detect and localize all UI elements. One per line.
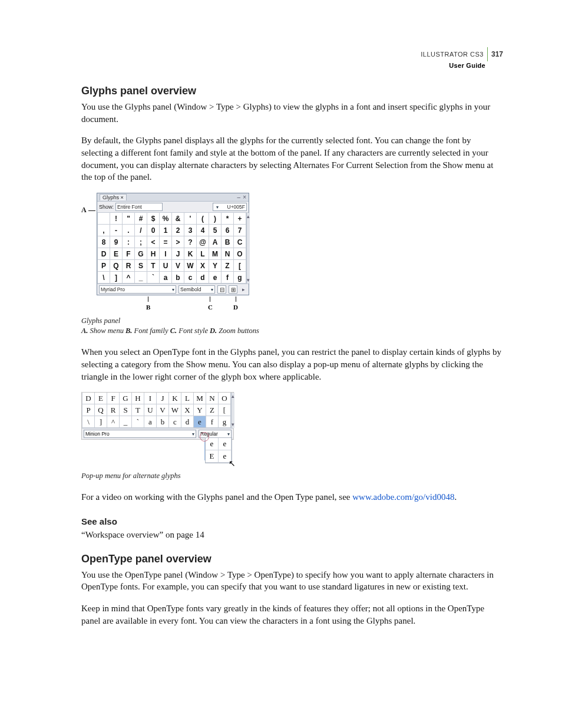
glyph-cell[interactable]: K [184,248,197,260]
glyph-cell[interactable]: Y [209,260,222,272]
glyph-cell[interactable]: d [197,272,209,284]
glyph-cell[interactable]: 7 [234,225,246,236]
glyph-cell[interactable]: G [120,393,132,404]
alternate-glyph-cell[interactable]: E [206,450,219,463]
glyph-cell[interactable]: 8 [97,236,110,248]
glyph-cell[interactable]: g [234,272,246,284]
glyph-cell[interactable]: 2 [172,225,184,236]
glyph-cell[interactable]: ] [110,272,123,284]
glyph-cell[interactable] [97,213,110,225]
glyph-cell[interactable]: / [135,225,147,236]
glyph-cell[interactable]: = [160,236,172,248]
glyph-cell[interactable]: e [194,416,206,428]
unicode-dropdown[interactable]: ▾ U+005F [213,203,247,211]
glyph-cell[interactable]: _ [120,416,132,428]
glyph-cell[interactable]: H [132,393,144,404]
glyph-cell[interactable]: ( [197,213,209,225]
glyph-cell[interactable]: B [222,236,234,248]
scroll-up-icon[interactable]: ▴ [232,393,234,400]
glyph-cell[interactable]: ] [95,416,107,428]
glyph-cell[interactable]: Q [95,404,107,416]
glyph-cell[interactable]: ? [184,236,197,248]
glyph-cell[interactable]: C [234,236,246,248]
glyph-cell[interactable]: F [123,248,135,260]
glyph-cell[interactable]: f [222,272,234,284]
glyph-cell[interactable]: " [123,213,135,225]
panel-menu-icon[interactable]: ▸ [240,286,247,292]
glyph-cell[interactable]: a [160,272,172,284]
glyph-cell[interactable]: J [172,248,184,260]
glyph-cell[interactable]: K [169,393,181,404]
glyph-cell[interactable]: $ [147,213,160,225]
glyph-cell[interactable]: W [169,404,181,416]
glyph-cell[interactable]: V [157,404,169,416]
font-family-dropdown[interactable]: Myriad Pro▾ [99,285,176,294]
glyph-cell[interactable]: e [209,272,222,284]
glyph-cell[interactable]: L [197,248,209,260]
glyph-cell[interactable]: c [184,272,197,284]
glyph-cell[interactable]: I [160,248,172,260]
glyph-cell[interactable]: S [120,404,132,416]
glyph-cell[interactable]: O [234,248,246,260]
glyph-cell[interactable]: 4 [197,225,209,236]
glyph-cell[interactable]: D [82,393,95,404]
glyph-cell[interactable]: f [206,416,219,428]
glyph-cell[interactable]: P [82,404,95,416]
glyph-cell[interactable]: # [135,213,147,225]
alternate-glyph-cell[interactable]: e [206,438,219,450]
glyph-cell[interactable]: A [209,236,222,248]
minimize-icon[interactable]: – [237,194,241,200]
panel-tab[interactable]: Glyphs × [100,194,127,200]
glyph-cell[interactable]: D [97,248,110,260]
glyph-cell[interactable]: E [95,393,107,404]
glyph-cell[interactable]: b [172,272,184,284]
glyph-cell[interactable]: [ [234,260,246,272]
glyph-cell[interactable]: d [181,416,194,428]
glyph-cell[interactable]: c [169,416,181,428]
glyph-cell[interactable]: : [123,236,135,248]
scrollbar[interactable]: ▴ ▾ [246,213,250,284]
glyph-cell[interactable]: + [234,213,246,225]
glyph-cell[interactable]: b [157,416,169,428]
glyph-cell[interactable]: F [107,393,120,404]
glyph-cell[interactable]: [ [219,404,231,416]
glyph-cell[interactable]: ^ [123,272,135,284]
glyph-cell[interactable]: g [219,416,231,428]
scrollbar[interactable]: ▴ ▾ [231,393,234,428]
zoom-out-button[interactable]: ⊟ [217,285,226,294]
glyph-cell[interactable]: - [110,225,123,236]
glyph-cell[interactable]: M [209,248,222,260]
glyph-cell[interactable]: X [181,404,194,416]
glyph-cell[interactable]: a [144,416,157,428]
glyph-cell[interactable]: & [172,213,184,225]
glyph-cell[interactable]: < [147,236,160,248]
glyph-cell[interactable]: Z [222,260,234,272]
glyph-cell[interactable]: \ [82,416,95,428]
glyph-cell[interactable]: U [144,404,157,416]
glyph-cell[interactable]: ; [135,236,147,248]
glyph-cell[interactable]: 9 [110,236,123,248]
glyph-cell[interactable]: N [222,248,234,260]
zoom-in-button[interactable]: ⊞ [229,285,237,294]
glyph-cell[interactable]: , [97,225,110,236]
video-link[interactable]: www.adobe.com/go/vid0048 [352,492,454,502]
glyph-cell[interactable]: % [160,213,172,225]
font-family-dropdown[interactable]: Minion Pro▾ [84,430,196,438]
glyph-cell[interactable]: N [206,393,219,404]
glyph-cell[interactable]: O [219,393,231,404]
glyph-cell[interactable]: _ [135,272,147,284]
glyph-cell[interactable]: M [194,393,206,404]
glyph-cell[interactable]: X [197,260,209,272]
glyph-grid[interactable]: DEFGHIJKLMNOPQRSTUVWXYZ[\]^_`abcdefg [82,393,231,428]
glyph-cell[interactable]: S [135,260,147,272]
glyph-cell[interactable]: ' [184,213,197,225]
glyph-cell[interactable]: W [184,260,197,272]
glyph-cell[interactable]: R [107,404,120,416]
glyph-cell[interactable]: T [132,404,144,416]
glyph-cell[interactable]: I [144,393,157,404]
glyph-cell[interactable]: \ [97,272,110,284]
glyph-cell[interactable]: ` [147,272,160,284]
glyph-cell[interactable]: L [181,393,194,404]
close-icon[interactable]: × [243,194,246,200]
glyph-cell[interactable]: G [135,248,147,260]
